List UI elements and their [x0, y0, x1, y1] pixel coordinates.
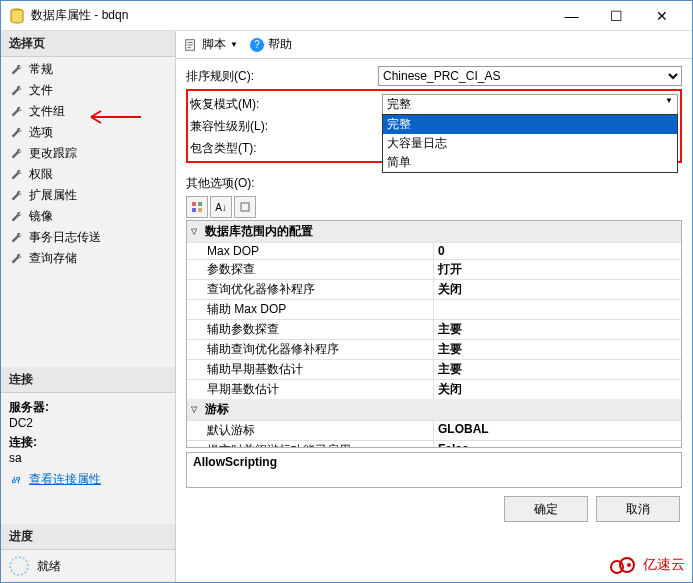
db-icon — [9, 8, 25, 24]
chevron-down-icon: ▼ — [665, 96, 673, 113]
properties-icon — [239, 201, 251, 213]
grid-row[interactable]: 早期基数估计关闭 — [187, 379, 681, 399]
connection-icon — [9, 473, 23, 487]
grid-row[interactable]: 辅助查询优化器修补程序主要 — [187, 339, 681, 359]
progress-spinner-icon — [9, 556, 29, 576]
login-label: 连接: — [9, 434, 167, 451]
property-description: AllowScripting — [186, 452, 682, 488]
annotation-highlight-box: 恢复模式(M): 完整 ▼ 完整 大容量日志 简单 — [186, 89, 682, 163]
compat-label: 兼容性级别(L): — [190, 118, 382, 135]
server-value: DC2 — [9, 416, 167, 430]
chevron-down-icon: ▽ — [191, 227, 201, 236]
ok-button[interactable]: 确定 — [504, 496, 588, 522]
sidebar-item-permissions[interactable]: 权限 — [1, 164, 175, 185]
wrench-icon — [9, 168, 23, 182]
connection-info: 服务器: DC2 连接: sa 查看连接属性 — [1, 393, 175, 494]
script-icon — [184, 38, 198, 52]
titlebar: 数据库属性 - bdqn — ☐ ✕ — [1, 1, 692, 31]
help-icon: ? — [250, 38, 264, 52]
grid-categorize-button[interactable] — [186, 196, 208, 218]
wrench-icon — [9, 147, 23, 161]
grid-row[interactable]: 参数探查打开 — [187, 259, 681, 279]
sidebar-header-progress: 进度 — [1, 524, 175, 550]
login-value: sa — [9, 451, 167, 465]
sidebar-item-mirroring[interactable]: 镜像 — [1, 206, 175, 227]
wrench-icon — [9, 63, 23, 77]
sidebar-item-label: 权限 — [29, 166, 53, 183]
wrench-icon — [9, 126, 23, 140]
svg-rect-2 — [192, 202, 196, 206]
grid-row[interactable]: Max DOP0 — [187, 242, 681, 259]
property-grid[interactable]: ▽数据库范围内的配置 Max DOP0 参数探查打开 查询优化器修补程序关闭 辅… — [186, 220, 682, 448]
other-options-label: 其他选项(O): — [176, 171, 692, 194]
sidebar-item-label: 常规 — [29, 61, 53, 78]
svg-rect-5 — [198, 208, 202, 212]
main-toolbar: 脚本 ▼ ? 帮助 — [176, 31, 692, 59]
sidebar-header-connection: 连接 — [1, 367, 175, 393]
wrench-icon — [9, 105, 23, 119]
wrench-icon — [9, 252, 23, 266]
wrench-icon — [9, 231, 23, 245]
grid-props-button[interactable] — [234, 196, 256, 218]
sidebar-item-files[interactable]: 文件 — [1, 80, 175, 101]
recovery-dropdown[interactable]: 完整 ▼ — [382, 94, 678, 115]
svg-rect-6 — [241, 203, 249, 211]
grid-row[interactable]: 辅助 Max DOP — [187, 299, 681, 319]
minimize-button[interactable]: — — [549, 1, 594, 31]
progress-status: 就绪 — [1, 550, 175, 582]
sidebar-pages-list: 常规 文件 文件组 选项 更改跟踪 权限 扩展属性 镜像 事务日志传送 查询存储 — [1, 57, 175, 271]
sort-icon: A↓ — [215, 202, 227, 213]
help-button[interactable]: ? 帮助 — [250, 36, 292, 53]
recovery-label: 恢复模式(M): — [190, 96, 382, 113]
sidebar-item-label: 文件 — [29, 82, 53, 99]
grid-row[interactable]: 默认游标GLOBAL — [187, 420, 681, 440]
window-title: 数据库属性 - bdqn — [31, 7, 549, 24]
sidebar-item-extprops[interactable]: 扩展属性 — [1, 185, 175, 206]
main-panel: 脚本 ▼ ? 帮助 排序规则(C): Chinese_PRC_CI_AS — [176, 31, 692, 582]
grid-row[interactable]: 辅助早期基数估计主要 — [187, 359, 681, 379]
sidebar: 选择页 常规 文件 文件组 选项 更改跟踪 权限 扩展属性 镜像 事务日志传送 … — [1, 31, 176, 582]
cancel-button[interactable]: 取消 — [596, 496, 680, 522]
maximize-button[interactable]: ☐ — [594, 1, 639, 31]
grid-toolbar: A↓ — [176, 194, 692, 220]
sidebar-header-pages: 选择页 — [1, 31, 175, 57]
sidebar-item-label: 扩展属性 — [29, 187, 77, 204]
view-connection-props-link[interactable]: 查看连接属性 — [29, 471, 101, 488]
chevron-down-icon: ▽ — [191, 405, 201, 414]
recovery-option-full[interactable]: 完整 — [383, 115, 677, 134]
svg-rect-3 — [198, 202, 202, 206]
collation-label: 排序规则(C): — [186, 68, 378, 85]
script-button[interactable]: 脚本 ▼ — [184, 36, 238, 53]
wrench-icon — [9, 210, 23, 224]
contain-label: 包含类型(T): — [190, 140, 382, 157]
sidebar-item-label: 更改跟踪 — [29, 145, 77, 162]
grid-row[interactable]: 提交时关闭游标功能已启用False — [187, 440, 681, 448]
grid-row[interactable]: 辅助参数探查主要 — [187, 319, 681, 339]
sidebar-item-general[interactable]: 常规 — [1, 59, 175, 80]
svg-rect-4 — [192, 208, 196, 212]
sidebar-item-label: 镜像 — [29, 208, 53, 225]
grid-category-cursor[interactable]: ▽游标 — [187, 399, 681, 420]
recovery-option-bulk[interactable]: 大容量日志 — [383, 134, 677, 153]
grid-category-dbscoped[interactable]: ▽数据库范围内的配置 — [187, 221, 681, 242]
collation-dropdown[interactable]: Chinese_PRC_CI_AS — [378, 66, 682, 86]
wrench-icon — [9, 84, 23, 98]
progress-label: 就绪 — [37, 558, 61, 575]
sidebar-item-filegroups[interactable]: 文件组 — [1, 101, 175, 122]
sidebar-item-options[interactable]: 选项 — [1, 122, 175, 143]
grid-row[interactable]: 查询优化器修补程序关闭 — [187, 279, 681, 299]
grid-sort-button[interactable]: A↓ — [210, 196, 232, 218]
wrench-icon — [9, 189, 23, 203]
sidebar-item-label: 事务日志传送 — [29, 229, 101, 246]
recovery-option-simple[interactable]: 简单 — [383, 153, 677, 172]
sidebar-item-querystore[interactable]: 查询存储 — [1, 248, 175, 269]
sidebar-item-logshipping[interactable]: 事务日志传送 — [1, 227, 175, 248]
sidebar-item-label: 文件组 — [29, 103, 65, 120]
server-label: 服务器: — [9, 399, 167, 416]
categorize-icon — [191, 201, 203, 213]
sidebar-item-changetracking[interactable]: 更改跟踪 — [1, 143, 175, 164]
sidebar-item-label: 选项 — [29, 124, 53, 141]
close-button[interactable]: ✕ — [639, 1, 684, 31]
sidebar-item-label: 查询存储 — [29, 250, 77, 267]
recovery-dropdown-list: 完整 大容量日志 简单 — [382, 114, 678, 173]
